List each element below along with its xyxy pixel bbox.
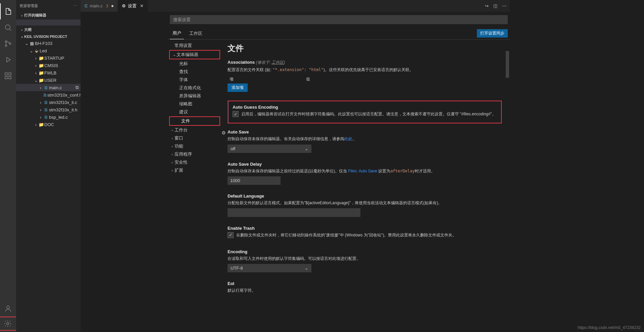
sidebar-title: 资源管理器: [19, 3, 38, 8]
section-open-editors[interactable]: ›打开的编辑器: [16, 12, 81, 19]
tree-it-c[interactable]: ›🗎stm32f10x_it.c: [16, 99, 81, 106]
highlight-text-editor: ⌄文本编辑器: [169, 50, 220, 59]
svg-point-8: [7, 306, 9, 309]
scope-user[interactable]: 用户: [170, 27, 184, 39]
setting-auto-save: ⚙ Auto Save 控制自动保存未保存的编辑器。有关自动保存的详细信息，请参…: [228, 129, 502, 153]
toc-common[interactable]: 常用设置: [168, 42, 221, 50]
tab-main-c[interactable]: Cmain.c3: [81, 0, 118, 12]
auto-save-select[interactable]: off⌄: [228, 145, 311, 153]
scope-row: 用户 工作区 打开设置同步: [168, 27, 510, 40]
settings-toc: 常用设置 ⌄文本编辑器 光标 查找 字体 正在格式化 差异编辑器 缩略图 建议 …: [168, 40, 221, 332]
split-editor-icon[interactable]: ◫: [493, 3, 497, 8]
open-json-icon[interactable]: ↪: [485, 3, 489, 8]
activity-bar: [0, 0, 16, 332]
enable-trash-checkbox[interactable]: [228, 232, 234, 238]
more-actions-icon[interactable]: ⋯: [502, 3, 506, 8]
chevron-down-icon: ⌄: [305, 146, 308, 151]
setting-auto-save-delay: Auto Save Delay 控制自动保存未保存的编辑器之前经过的延迟(以毫秒…: [228, 162, 502, 185]
extensions-icon[interactable]: [0, 68, 16, 84]
chevron-down-icon: ⌄: [305, 266, 308, 271]
toc-window[interactable]: ›窗口: [168, 134, 221, 142]
sidebar-header: 资源管理器 ⋯: [16, 0, 81, 12]
toc-cursor[interactable]: 光标: [168, 60, 221, 68]
tree-main-c[interactable]: ›🗎main.c⧉: [16, 84, 81, 91]
toc-application[interactable]: ›应用程序: [168, 150, 221, 158]
settings-gear-highlight: [0, 317, 17, 331]
auto-save-link[interactable]: 此处: [344, 136, 352, 141]
sidebar: 资源管理器 ⋯ ›打开的编辑器 ›大纲 ⌄KEIL UVISION PROJEC…: [16, 0, 81, 332]
toc-diff[interactable]: 差异编辑器: [168, 92, 221, 100]
source-control-icon[interactable]: [0, 36, 16, 52]
search-input[interactable]: [170, 15, 508, 24]
tree-fwlb[interactable]: ›📁FWLB: [16, 69, 81, 76]
tree-doc[interactable]: ›📁DOC: [16, 121, 81, 128]
tree-bsp-led-c[interactable]: ›🗎bsp_led.c: [16, 113, 81, 121]
toc-formatting[interactable]: 正在格式化: [168, 84, 221, 92]
scope-workspace[interactable]: 工作区: [187, 28, 205, 39]
tree-cmsis[interactable]: ›📁CMSIS: [16, 62, 81, 69]
svg-point-9: [7, 323, 9, 325]
toc-text-editor[interactable]: ⌄文本编辑器: [170, 51, 219, 59]
svg-rect-4: [5, 73, 7, 75]
setting-enable-trash: Enable Trash 在删除文件或文件夹时，将它们移动到操作系统的"废纸篓"…: [228, 226, 502, 240]
tree-root[interactable]: ⌄▦BH-F103: [16, 40, 81, 47]
tree-it-h[interactable]: ›🗎stm32f10x_it.h: [16, 106, 81, 113]
svg-rect-5: [9, 73, 11, 75]
tree-conf-h[interactable]: 🗎stm32f10x_conf.h: [16, 91, 81, 99]
auto-save-delay-input[interactable]: [228, 176, 281, 185]
svg-point-2: [5, 45, 7, 47]
toc-files[interactable]: 文件: [170, 117, 219, 125]
copy-path-icon[interactable]: ⧉: [76, 85, 81, 90]
section-outline[interactable]: ›大纲: [16, 26, 81, 33]
content-heading: 文件: [228, 43, 502, 54]
toc-features[interactable]: ›功能: [168, 142, 221, 150]
section-project[interactable]: ⌄KEIL UVISION PROJECT: [16, 33, 81, 40]
settings-content: 文件 Associations (修改于: 工作区) 配置语言的文件关联 (如:…: [221, 40, 510, 332]
auto-guess-checkbox[interactable]: [233, 111, 239, 117]
tab-settings[interactable]: ⚙设置✕: [118, 0, 148, 12]
c-lang-icon: C: [85, 3, 88, 8]
tab-bar: Cmain.c3 ⚙设置✕ ↪ ◫ ⋯: [81, 0, 510, 12]
setting-default-language: Default Language 分配给新文件的默认语言模式。如果配置为"${a…: [228, 193, 502, 217]
svg-point-0: [5, 25, 10, 30]
tree-startup[interactable]: ›📁STARTUP: [16, 54, 81, 62]
tab-actions: ↪ ◫ ⋯: [482, 0, 510, 12]
setting-encoding: Encoding 在读取和写入文件时使用的默认字符集编码。可以按语言对此项进行配…: [228, 249, 502, 272]
setting-eol: Eol 默认行尾字符。: [228, 281, 502, 294]
scrollbar-track[interactable]: [505, 40, 510, 332]
search-row: [168, 12, 510, 27]
add-item-button[interactable]: 添加项: [228, 84, 248, 92]
toc-font[interactable]: 字体: [168, 76, 221, 84]
toc-extensions[interactable]: ›扩展: [168, 166, 221, 174]
gear-icon: ⚙: [122, 3, 126, 8]
search-icon[interactable]: [0, 19, 16, 36]
setting-associations: Associations (修改于: 工作区) 配置语言的文件关联 (如: "*…: [228, 60, 502, 92]
blurred-item: [16, 19, 81, 25]
highlight-files: 文件: [169, 116, 220, 126]
account-icon[interactable]: [0, 300, 16, 317]
tree-user[interactable]: ⌄📁USER: [16, 76, 81, 84]
tree-led[interactable]: ⌄⬙Led: [16, 47, 81, 54]
gear-icon[interactable]: [0, 320, 16, 328]
explorer-icon[interactable]: [0, 3, 16, 19]
toc-minimap[interactable]: 缩略图: [168, 100, 221, 108]
scrollbar-thumb[interactable]: [506, 51, 509, 78]
sync-button[interactable]: 打开设置同步: [477, 29, 508, 38]
close-icon[interactable]: ✕: [140, 3, 144, 8]
toc-workbench[interactable]: ›工作台: [168, 126, 221, 134]
toc-find[interactable]: 查找: [168, 68, 221, 76]
default-language-input[interactable]: [228, 208, 360, 217]
svg-rect-7: [9, 76, 11, 79]
auto-save-delay-link[interactable]: Files: Auto Save: [348, 169, 377, 173]
more-icon[interactable]: ⋯: [73, 4, 77, 8]
modified-indicator: [111, 5, 113, 7]
toc-security[interactable]: ›安全性: [168, 158, 221, 166]
svg-rect-6: [5, 76, 7, 79]
highlight-auto-guess: Auto Guess Encoding 启用后，编辑器将尝试在打开文件时猜测字符…: [228, 101, 502, 123]
debug-icon[interactable]: [0, 52, 16, 68]
main-area: Cmain.c3 ⚙设置✕ ↪ ◫ ⋯ 用户 工作区 打开设置同步 常用设置: [81, 0, 510, 332]
gear-icon[interactable]: ⚙: [221, 130, 226, 135]
encoding-select[interactable]: UTF-8⌄: [228, 264, 311, 272]
toc-suggest[interactable]: 建议: [168, 108, 221, 116]
svg-point-1: [5, 41, 7, 43]
